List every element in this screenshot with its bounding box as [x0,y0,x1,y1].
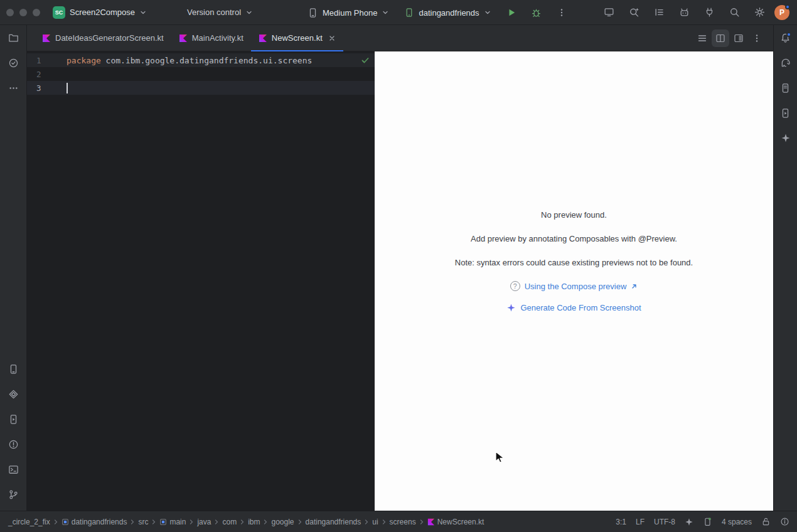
editor-options-button[interactable] [748,29,766,47]
version-control-menu[interactable]: Version control [182,4,258,20]
tab-mainactivity[interactable]: MainActivity.kt [171,25,251,51]
chevron-right-icon [297,519,303,525]
breadcrumb-item[interactable]: google [270,516,294,528]
inspections-ok-icon[interactable] [361,56,370,65]
line-number[interactable]: 1 [27,56,67,65]
code-line-current[interactable]: 3 [27,81,375,95]
code-line[interactable]: 1 package com.ibm.google.datingandfriend… [27,53,375,67]
code-line[interactable]: 2 [27,67,375,81]
emulator-icon [780,108,791,119]
build-variants-button[interactable] [649,3,669,22]
help-link-label: Using the Compose preview [525,282,627,291]
studio-bot-button[interactable] [674,3,694,22]
resource-manager-tool-button[interactable] [2,381,24,407]
design-view-button[interactable] [730,29,747,47]
tab-close-icon[interactable] [328,35,336,42]
tab-label: DateIdeasGeneratorScreen.kt [55,33,164,43]
notifications-button[interactable] [774,25,797,50]
compose-preview-help-link[interactable]: ? Using the Compose preview [510,281,638,291]
encoding-widget[interactable]: UTF-8 [654,518,675,526]
ai-search-button[interactable] [624,3,644,22]
device-selector[interactable]: Medium Phone [302,4,394,21]
ai-status-sparkle-icon[interactable] [685,518,693,526]
commit-tool-button[interactable] [2,50,24,75]
split-view-button[interactable] [712,29,729,47]
version-control-label: Version control [187,8,241,17]
breadcrumb-item[interactable]: datingandfriends [305,516,362,528]
breadcrumb-item[interactable]: screens [389,516,417,528]
notification-dot [786,32,791,37]
breadcrumb-item[interactable]: src [137,516,149,528]
module-icon [62,518,69,526]
generate-code-link[interactable]: Generate Code From Screenshot [506,303,641,312]
gradle-tool-button[interactable] [774,50,797,75]
caret-position-widget[interactable]: 3:1 [616,518,626,526]
more-tool-windows-button[interactable] [2,75,24,100]
more-horizontal-icon [8,83,19,93]
list-column-icon [654,7,665,18]
search-icon [729,7,740,18]
search-everywhere-button[interactable] [724,3,744,22]
titlebar-actions: P [599,3,797,22]
magnifier-sparkle-icon [629,7,639,18]
gemini-tool-button[interactable] [774,125,797,151]
status-bar: _circle_2_fix datingandfriends src main … [0,511,797,532]
breadcrumb-item[interactable]: ibm [247,516,260,528]
editor-mode-actions [693,25,773,51]
window-zoom-button[interactable] [33,9,40,16]
project-tool-button[interactable] [2,25,24,50]
layout-inspector-button[interactable] [599,3,619,22]
device-mirroring-button[interactable] [699,3,719,22]
more-vertical-icon [557,8,567,18]
line-separator-widget[interactable]: LF [636,518,645,526]
lock-open-icon[interactable] [761,517,771,526]
device-status-icon[interactable] [703,517,712,526]
run-more-options-button[interactable] [552,3,572,22]
running-devices-tool-button[interactable] [2,407,24,432]
device-manager-tool-button[interactable] [2,356,24,381]
title-bar: SC Screen2Compose Version control Medium… [0,0,797,25]
breadcrumb-item-file[interactable]: NewScreen.kt [427,516,485,528]
run-button[interactable] [501,3,522,22]
running-devices-icon [8,414,19,425]
device-explorer-button[interactable] [774,75,797,100]
emulator-tool-button[interactable] [774,100,797,125]
breadcrumb-item[interactable]: _circle_2_fix [8,516,51,528]
code-editor[interactable]: 1 package com.ibm.google.datingandfriend… [27,51,375,511]
debug-button[interactable] [527,3,547,22]
tab-dateideasgeneratorscreen[interactable]: DateIdeasGeneratorScreen.kt [35,25,171,51]
problems-icon [8,439,19,450]
version-control-tool-button[interactable] [2,482,24,507]
tab-newscreen[interactable]: NewScreen.kt [251,25,343,51]
left-tool-stripe [0,25,27,511]
window-minimize-button[interactable] [19,9,27,16]
window-close-button[interactable] [6,9,14,16]
kotlin-file-icon [427,518,435,526]
line-number[interactable]: 2 [27,70,67,79]
breadcrumb-item[interactable]: main [159,516,186,528]
text-caret [67,83,68,93]
editor-tab-bar: DateIdeasGeneratorScreen.kt MainActivity… [27,25,773,51]
notification-dot [785,4,790,9]
indent-widget[interactable]: 4 spaces [722,518,752,526]
terminal-tool-button[interactable] [2,457,24,482]
breadcrumb-item[interactable]: com [222,516,237,528]
line-number[interactable]: 3 [27,83,67,93]
user-avatar[interactable]: P [774,5,789,20]
terminal-icon [8,464,19,475]
project-selector[interactable]: SC Screen2Compose [48,3,152,22]
info-icon[interactable] [780,517,789,526]
phone-icon [308,8,318,18]
keyword-token: package [67,56,101,65]
run-configuration-selector[interactable]: datingandfriends [399,4,496,21]
breadcrumb-item[interactable]: ui [372,516,378,528]
code-view-button[interactable] [693,29,711,47]
chevron-down-icon [484,9,491,16]
chevron-right-icon [213,519,220,525]
settings-button[interactable] [749,3,769,22]
code-token: com.ibm.google.datingandfriends.ui.scree… [101,56,313,65]
breadcrumb-item[interactable]: datingandfriends [61,516,128,528]
breadcrumb-item[interactable]: java [196,516,211,528]
design-panel-icon [734,33,744,43]
problems-tool-button[interactable] [2,432,24,457]
